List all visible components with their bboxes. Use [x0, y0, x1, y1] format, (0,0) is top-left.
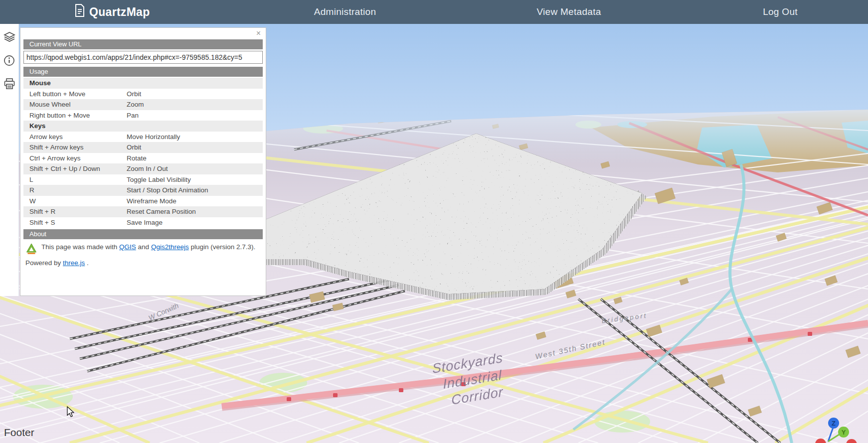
powered-prefix: Powered by [25, 259, 63, 267]
usage-row: Keys [23, 121, 263, 132]
usage-row: Shift + Arrow keysOrbit [23, 142, 263, 153]
close-icon[interactable]: × [256, 29, 261, 37]
usage-row: Ctrl + Arrow keysRotate [23, 153, 263, 164]
left-toolbar [0, 24, 19, 296]
about-prefix: This page was made with [41, 243, 119, 251]
axis-y-label: Y [842, 429, 846, 436]
document-icon [75, 4, 85, 20]
qgis2threejs-logo-icon [25, 243, 37, 257]
axis-z-label: Z [832, 420, 836, 427]
nav-administration[interactable]: Administration [314, 0, 376, 24]
nav-log-out[interactable]: Log Out [763, 0, 798, 24]
usage-row: LToggle Label Visibility [23, 174, 263, 185]
about-suffix: plugin (version 2.7.3). [189, 243, 256, 251]
qgis2threejs-link[interactable]: Qgis2threejs [151, 243, 189, 251]
threejs-link[interactable]: three.js [63, 259, 85, 267]
about-body: This page was made with QGIS and Qgis2th… [20, 239, 266, 257]
usage-row: Shift + Ctrl + Up / DownZoom In / Out [23, 163, 263, 174]
usage-table: MouseLeft button + MoveOrbitMouse WheelZ… [23, 78, 263, 228]
info-button[interactable] [0, 52, 18, 71]
print-button[interactable] [0, 75, 18, 94]
usage-row: Mouse WheelZoom [23, 99, 263, 110]
powered-by: Powered by three.js . [20, 257, 266, 271]
qgis-link[interactable]: QGIS [119, 243, 136, 251]
powered-suffix: . [85, 259, 89, 267]
current-view-url-input[interactable] [23, 51, 263, 64]
about-text: This page was made with QGIS and Qgis2th… [41, 242, 255, 257]
usage-row: Arrow keysMove Horizontally [23, 132, 263, 143]
brand-label: QuartzMap [89, 5, 150, 19]
usage-row: Left button + MoveOrbit [23, 89, 263, 100]
help-dialog: × Current View URL Usage MouseLeft butto… [20, 27, 266, 296]
quartzmap-app: QuartzMap Administration View Metadata L… [0, 0, 868, 443]
print-icon [3, 78, 15, 92]
about-header: About [23, 229, 263, 239]
info-icon [3, 55, 15, 68]
footer-label: Footer [4, 427, 34, 439]
current-view-url-header: Current View URL [23, 39, 263, 49]
about-middle: and [136, 243, 151, 251]
layers-icon [3, 31, 15, 45]
usage-row: Right button + MovePan [23, 110, 263, 121]
layers-button[interactable] [0, 28, 18, 47]
brand-quartzmap[interactable]: QuartzMap [75, 0, 150, 24]
usage-row: RStart / Stop Orbit Animation [23, 185, 263, 196]
usage-row: Shift + SSave Image [23, 217, 263, 228]
top-navbar: QuartzMap Administration View Metadata L… [0, 0, 868, 24]
usage-row: WWireframe Mode [23, 196, 263, 207]
usage-row: Shift + RReset Camera Position [23, 206, 263, 217]
nav-view-metadata[interactable]: View Metadata [536, 0, 601, 24]
usage-header: Usage [23, 67, 263, 77]
usage-row: Mouse [23, 78, 263, 89]
